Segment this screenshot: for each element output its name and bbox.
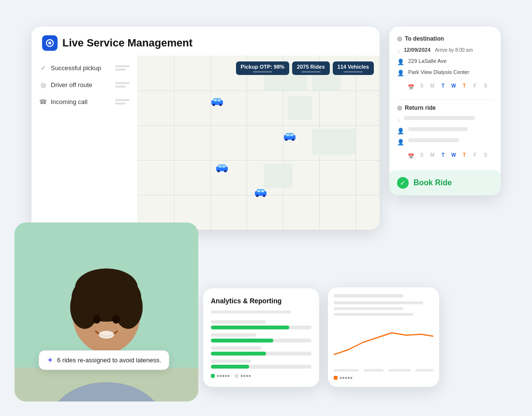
days-row-to: S M T W T F S — [417, 83, 490, 89]
sidebar-item-driver-off-route[interactable]: ◎ Driver off route — [31, 76, 137, 93]
person-icon: 👤 — [397, 59, 404, 65]
return-person1-icon: 👤 — [397, 128, 404, 134]
sidebar-item-route-label: Driver off route — [51, 81, 92, 89]
lsm-title: Live Service Management — [62, 37, 192, 49]
booking-days-return: 📅 S M T W T F S — [408, 149, 493, 163]
ai-bubble-text: 6 rides re-assigned to avoid lateness. — [57, 357, 161, 364]
svg-rect-25 — [261, 190, 264, 192]
legend-item-1: ●●●●● — [211, 373, 230, 378]
lsm-sidebar: ✓ Successful pickup ◎ Driver off route ☎… — [31, 56, 138, 230]
svg-rect-24 — [257, 190, 260, 192]
ret-day-w: W — [449, 152, 458, 158]
divider-1 — [397, 99, 493, 100]
legend-green-dot — [211, 374, 215, 378]
call-bars — [115, 99, 130, 104]
ai-star-icon: ✦ — [47, 356, 53, 365]
stat-rides-label: 2075 Rides — [297, 64, 325, 70]
chart-bottom-bars — [334, 369, 433, 371]
car-icon-4 — [254, 188, 267, 197]
lsm-card: Live Service Management ✓ Successful pic… — [31, 27, 380, 230]
booking-date-row: ↓ 12/09/2024 Arrive by 8:00 am — [397, 47, 493, 54]
booking-address: 229 LaSalle Ave — [408, 58, 446, 64]
to-destination-label: To destination — [405, 35, 444, 42]
chart-legend: ●●●●● — [334, 375, 433, 380]
calendar2-icon: 📅 — [408, 84, 414, 90]
analytics-title: Analytics & Reporting — [211, 297, 311, 305]
svg-rect-6 — [214, 99, 217, 101]
car-icon-2 — [283, 132, 296, 141]
stat-otp: Pickup OTP: 98% — [236, 61, 289, 75]
ret-day-s1: S — [417, 152, 426, 158]
svg-point-33 — [75, 268, 138, 307]
svg-rect-12 — [286, 134, 289, 136]
chart-row-2 — [334, 307, 403, 310]
lsm-header: Live Service Management — [31, 27, 380, 56]
chart-top-bar — [334, 294, 403, 297]
days-row-return: S M T W T F S — [417, 152, 490, 158]
calendar-icon: ↓ — [397, 47, 400, 54]
legend-label-2: ●●●● — [240, 373, 251, 378]
return-pin-icon: ◎ — [397, 104, 402, 111]
booking-date: 12/09/2024 — [404, 47, 430, 53]
analytics-card: Analytics & Reporting ●●●●● ●●●● — [203, 288, 319, 387]
booking-days-to: 📅 S M T W T F S — [408, 80, 493, 94]
svg-rect-7 — [218, 99, 221, 101]
day-s2: S — [481, 83, 490, 89]
sidebar-item-incoming-call[interactable]: ☎ Incoming call — [31, 93, 137, 110]
chart-row-1 — [334, 301, 423, 304]
line-chart — [334, 321, 433, 364]
chart-legend-label: ●●●●● — [340, 375, 353, 380]
chart-card: ●●●●● — [328, 287, 439, 387]
booking-destination: Park View Dialysis Center — [408, 69, 469, 75]
return-ride-header: ◎ Return ride — [397, 104, 493, 111]
legend-item-2: ●●●● — [235, 373, 251, 378]
ret-day-s2: S — [481, 152, 490, 158]
person-photo — [15, 223, 198, 401]
pickup-bars — [115, 65, 130, 71]
return-ride-label: Return ride — [405, 104, 436, 111]
stat-vehicles: 114 Vehicles — [333, 61, 374, 75]
day-t1: T — [439, 83, 447, 89]
svg-point-34 — [93, 315, 101, 324]
svg-rect-19 — [222, 165, 225, 167]
book-ride-button[interactable]: ✓ Book Ride — [389, 170, 501, 195]
svg-point-35 — [112, 315, 120, 324]
chart-row-3 — [334, 313, 414, 316]
svg-point-36 — [99, 331, 114, 339]
stat-otp-label: Pickup OTP: 98% — [241, 64, 284, 70]
analytics-bar-2 — [211, 333, 311, 342]
sidebar-item-pickup[interactable]: ✓ Successful pickup — [31, 59, 137, 76]
analytics-subtitle-bar — [211, 311, 291, 313]
return-row-3: 👤 — [397, 138, 493, 146]
chart-rows — [334, 301, 433, 316]
stat-vehicles-label: 114 Vehicles — [338, 64, 369, 70]
analytics-bar-4 — [211, 359, 311, 369]
stat-rides: 2075 Rides — [292, 61, 329, 75]
return-arrow-icon: ↓ — [397, 117, 400, 123]
ret-day-t1: T — [439, 152, 447, 158]
to-destination-header: ◎ To destination — [397, 35, 493, 42]
analytics-bar-3 — [211, 346, 311, 356]
location-pin-icon: ◎ — [397, 35, 402, 42]
booking-arrive-by: Arrive by 8:00 am — [435, 47, 473, 53]
book-ride-label: Book Ride — [414, 178, 452, 187]
route-icon: ◎ — [39, 81, 47, 89]
sidebar-item-call-label: Incoming call — [51, 98, 88, 105]
route-bars — [115, 82, 130, 88]
car-icon-3 — [215, 163, 229, 172]
lsm-map: Pickup OTP: 98% 2075 Rides 114 Vehicles — [138, 56, 380, 230]
lsm-body: ✓ Successful pickup ◎ Driver off route ☎… — [31, 56, 380, 230]
car-icon-1 — [210, 97, 224, 106]
checkmark-icon: ✓ — [39, 64, 47, 72]
day-s1: S — [417, 83, 426, 89]
lsm-logo-icon — [42, 35, 58, 51]
booking-card: ◎ To destination ↓ 12/09/2024 Arrive by … — [389, 27, 501, 195]
person2-icon: 👤 — [397, 70, 404, 76]
sidebar-item-pickup-label: Successful pickup — [51, 64, 101, 72]
ai-reassign-bubble: ✦ 6 rides re-assigned to avoid lateness. — [39, 350, 169, 370]
ret-day-m: M — [428, 152, 437, 158]
day-t2: T — [460, 83, 469, 89]
book-ride-check-icon: ✓ — [397, 177, 409, 189]
person-card — [15, 223, 198, 401]
day-m: M — [428, 83, 437, 89]
